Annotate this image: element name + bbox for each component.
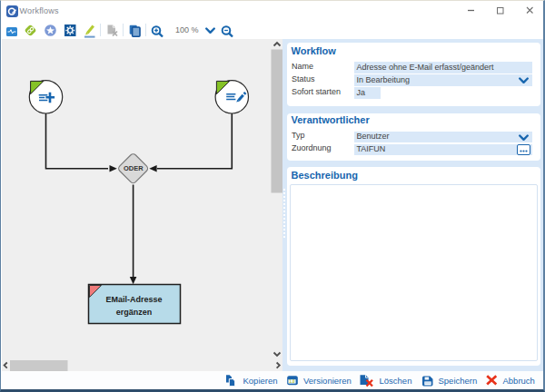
svg-text:ergänzen: ergänzen	[116, 308, 153, 317]
svg-text:ODER: ODER	[124, 164, 144, 172]
svg-text:1.0: 1.0	[289, 379, 295, 384]
svg-text:EMail-Adresse: EMail-Adresse	[105, 295, 162, 304]
